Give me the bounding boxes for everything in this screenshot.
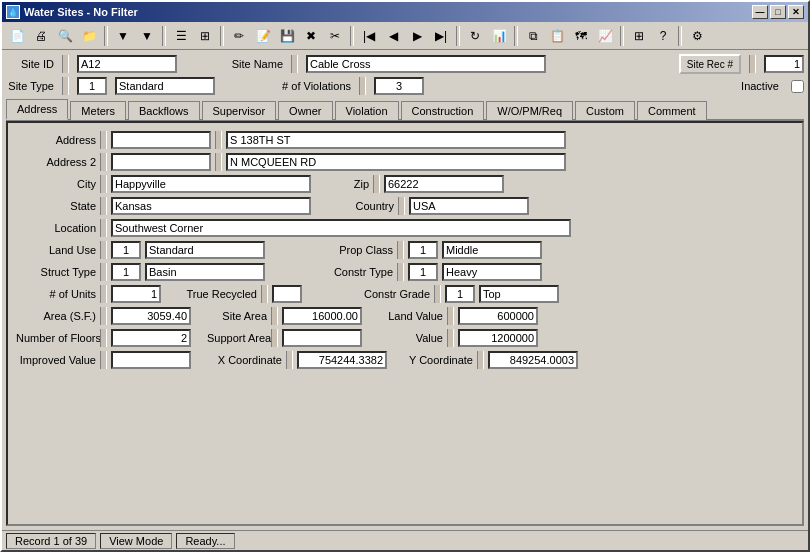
area-sitarea-landvalue-row: Area (S.F.) Site Area Land Value — [16, 307, 794, 325]
tab-meters[interactable]: Meters — [70, 101, 126, 120]
location-input[interactable] — [111, 219, 571, 237]
inactive-checkbox[interactable] — [791, 80, 804, 93]
paste-button[interactable]: 📋 — [546, 25, 568, 47]
address-input[interactable] — [226, 131, 566, 149]
value-label: Value — [378, 332, 443, 344]
land-value-input[interactable] — [458, 307, 538, 325]
first-button[interactable]: |◀ — [358, 25, 380, 47]
constr-type-value-input[interactable] — [442, 263, 542, 281]
true-recycled-input[interactable] — [272, 285, 302, 303]
floors-support-value-row: Number of Floors Support Area Value — [16, 329, 794, 347]
chart-button[interactable]: 📈 — [594, 25, 616, 47]
state-input[interactable] — [111, 197, 311, 215]
improved-value-input[interactable] — [111, 351, 191, 369]
open-button[interactable]: 📁 — [78, 25, 100, 47]
site-rec-input[interactable] — [764, 55, 804, 73]
help-button[interactable]: ? — [652, 25, 674, 47]
tab-comment[interactable]: Comment — [637, 101, 707, 120]
address2-marker — [100, 153, 107, 171]
city-label: City — [16, 178, 96, 190]
view2-button[interactable]: ⊞ — [194, 25, 216, 47]
tab-backflows[interactable]: Backflows — [128, 101, 200, 120]
site-type-value-input[interactable] — [115, 77, 215, 95]
print-button[interactable]: 🖨 — [30, 25, 52, 47]
location-row: Location — [16, 219, 794, 237]
area-sf-input[interactable] — [111, 307, 191, 325]
tab-owner[interactable]: Owner — [278, 101, 332, 120]
title-bar: 💧 Water Sites - No Filter — □ ✕ — [2, 2, 808, 22]
filter-button[interactable]: ▼ — [112, 25, 134, 47]
land-use-value-input[interactable] — [145, 241, 265, 259]
units-recycled-grade-row: # of Units True Recycled Constr Grade — [16, 285, 794, 303]
constr-grade-code-input[interactable] — [445, 285, 475, 303]
value-input[interactable] — [458, 329, 538, 347]
close-button[interactable]: ✕ — [788, 5, 804, 19]
maximize-button[interactable]: □ — [770, 5, 786, 19]
map-button[interactable]: 🗺 — [570, 25, 592, 47]
tab-supervisor[interactable]: Supervisor — [202, 101, 277, 120]
edit-button[interactable]: ✏ — [228, 25, 250, 47]
next-button[interactable]: ▶ — [406, 25, 428, 47]
address-form: Address Address 2 City — [16, 131, 794, 369]
settings-button[interactable]: ⚙ — [686, 25, 708, 47]
grid-button[interactable]: ⊞ — [628, 25, 650, 47]
minimize-button[interactable]: — — [752, 5, 768, 19]
struct-type-value-input[interactable] — [145, 263, 265, 281]
struct-type-marker — [100, 263, 107, 281]
violations-input[interactable] — [374, 77, 424, 95]
y-coord-input[interactable] — [488, 351, 578, 369]
prop-class-value-input[interactable] — [442, 241, 542, 259]
support-area-input[interactable] — [282, 329, 362, 347]
copy-button[interactable]: ⧉ — [522, 25, 544, 47]
true-recycled-label: True Recycled — [177, 288, 257, 300]
export-button[interactable]: 📊 — [488, 25, 510, 47]
num-floors-marker — [100, 329, 107, 347]
view-button[interactable]: ☰ — [170, 25, 192, 47]
tab-address[interactable]: Address — [6, 99, 68, 120]
struct-type-code-input[interactable] — [111, 263, 141, 281]
x-coord-input[interactable] — [297, 351, 387, 369]
new-button[interactable]: 📄 — [6, 25, 28, 47]
site-rec-button[interactable]: Site Rec # — [679, 54, 741, 74]
x-coord-marker — [286, 351, 293, 369]
address2-input[interactable] — [226, 153, 566, 171]
units-input[interactable] — [111, 285, 161, 303]
search-button[interactable]: 🔍 — [54, 25, 76, 47]
constr-type-code-input[interactable] — [408, 263, 438, 281]
constr-grade-label: Constr Grade — [350, 288, 430, 300]
edit2-button[interactable]: 📝 — [252, 25, 274, 47]
save-button[interactable]: 💾 — [276, 25, 298, 47]
tab-content: Address Address 2 City — [6, 121, 804, 526]
refresh-button[interactable]: ↻ — [464, 25, 486, 47]
city-input[interactable] — [111, 175, 311, 193]
delete-button[interactable]: ✖ — [300, 25, 322, 47]
tab-violation[interactable]: Violation — [335, 101, 399, 120]
tab-wo-pm-req[interactable]: W/O/PM/Req — [486, 101, 573, 120]
tab-construction[interactable]: Construction — [401, 101, 485, 120]
address-field1[interactable] — [111, 131, 211, 149]
zip-marker — [373, 175, 380, 193]
prev-button[interactable]: ◀ — [382, 25, 404, 47]
site-type-code-input[interactable] — [77, 77, 107, 95]
site-area-input[interactable] — [282, 307, 362, 325]
tab-custom[interactable]: Custom — [575, 101, 635, 120]
zip-input[interactable] — [384, 175, 504, 193]
tab-bar: Address Meters Backflows Supervisor Owne… — [6, 98, 804, 121]
address2-field1[interactable] — [111, 153, 211, 171]
site-area-label: Site Area — [207, 310, 267, 322]
site-id-input[interactable] — [77, 55, 177, 73]
prop-class-code-input[interactable] — [408, 241, 438, 259]
last-button[interactable]: ▶| — [430, 25, 452, 47]
city-zip-row: City Zip — [16, 175, 794, 193]
num-floors-input[interactable] — [111, 329, 191, 347]
constr-grade-value-input[interactable] — [479, 285, 559, 303]
site-name-input[interactable] — [306, 55, 546, 73]
state-label: State — [16, 200, 96, 212]
cut-button[interactable]: ✂ — [324, 25, 346, 47]
filter2-button[interactable]: ▼ — [136, 25, 158, 47]
land-use-code-input[interactable] — [111, 241, 141, 259]
window-title: Water Sites - No Filter — [24, 6, 138, 18]
x-coord-label: X Coordinate — [207, 354, 282, 366]
improved-value-label: Improved Value — [16, 354, 96, 366]
country-input[interactable] — [409, 197, 529, 215]
